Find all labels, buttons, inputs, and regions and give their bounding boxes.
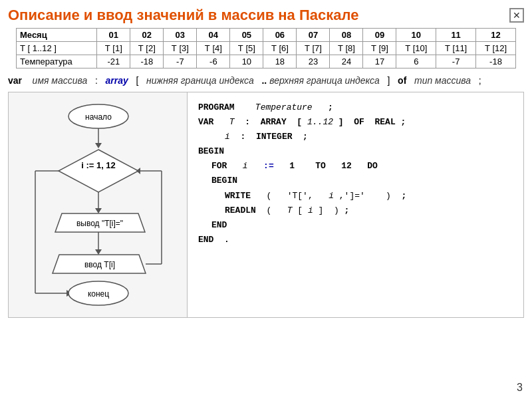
table-cell: 23 (297, 55, 330, 68)
code-panel: PROGRAM Temperature ; VAR T : ARRAY [ 1.… (188, 92, 524, 318)
table-cell: 04 (197, 29, 230, 42)
table-cell: Т [3] (164, 42, 197, 55)
table-cell-label: Температура (17, 55, 97, 68)
code-line-for: FOR i := 1 TO 12 DO (198, 159, 513, 174)
data-table: Месяц010203040506070809101112Т [ 1..12 ]… (16, 28, 516, 68)
svg-text:ввод  T[i]: ввод T[i] (84, 260, 115, 269)
table-cell: 07 (297, 29, 330, 42)
table-cell: 08 (330, 29, 363, 42)
table-cell: Т [2] (130, 42, 164, 55)
svg-text:вывод  "T[i]=": вывод "T[i]=" (76, 219, 123, 228)
code-line-2: VAR T : ARRAY [ 1..12 ] OF REAL ; (198, 115, 513, 130)
table-cell: Т [9] (363, 42, 396, 55)
flowchart-svg: начало i := 1, 12 вывод "T[i]=" ввод T[i… (9, 92, 188, 319)
table-cell: 06 (263, 29, 297, 42)
code-line-1: PROGRAM Temperature ; (198, 100, 513, 115)
table-cell: Т [8] (330, 42, 363, 55)
svg-text:i := 1, 12: i := 1, 12 (81, 160, 116, 170)
code-line-end: END . (198, 233, 513, 247)
flowchart-panel: начало i := 1, 12 вывод "T[i]=" ввод T[i… (8, 92, 188, 318)
table-cell: 17 (363, 55, 396, 68)
syntax-name: имя массива (33, 75, 88, 86)
syntax-of: of (398, 75, 406, 86)
table-cell: Т [1] (97, 42, 130, 55)
table-cell: 6 (396, 55, 436, 68)
table-cell: -18 (130, 55, 164, 68)
table-cell: Т [12] (476, 42, 516, 55)
syntax-line: var имя массива : array [ нижняя граница… (8, 74, 524, 88)
syntax-colon: : (95, 75, 98, 86)
syntax-dotdot: .. (261, 75, 267, 86)
data-table-container: Месяц010203040506070809101112Т [ 1..12 ]… (8, 28, 524, 68)
table-cell: 10 (230, 55, 263, 68)
table-cell: Т [11] (436, 42, 476, 55)
table-cell: Т [10] (396, 42, 436, 55)
table-cell-label: Месяц (17, 29, 97, 42)
table-row: Температура-21-18-7-610182324176-7-18 (17, 55, 516, 68)
code-line-inner-end: END (198, 218, 513, 233)
code-line-write: WRITE ( 'T[', i ,']=' ) ; (198, 189, 513, 203)
svg-text:конец: конец (88, 289, 109, 299)
table-cell: 18 (263, 55, 297, 68)
svg-marker-4 (59, 150, 138, 192)
table-cell: 01 (97, 29, 130, 42)
svg-text:начало: начало (85, 112, 112, 122)
code-line-readln: READLN ( T [ i ] ) ; (198, 203, 513, 218)
close-button[interactable]: ✕ (509, 8, 524, 23)
syntax-var: var (8, 75, 22, 86)
page-title: Описание и ввод значений в массив на Пас… (8, 7, 358, 24)
table-cell: 05 (230, 29, 263, 42)
table-cell: 09 (363, 29, 396, 42)
code-line-begin: BEGIN (198, 144, 513, 159)
svg-marker-17 (136, 168, 140, 174)
code-line-3: i : INTEGER ; (198, 130, 513, 144)
page-number: 3 (517, 382, 523, 394)
table-cell: Т [6] (263, 42, 297, 55)
syntax-upper: верхняя граница индекса (269, 75, 380, 86)
table-cell: 03 (164, 29, 197, 42)
svg-marker-7 (95, 208, 102, 213)
table-cell: -7 (436, 55, 476, 68)
main-content: начало i := 1, 12 вывод "T[i]=" ввод T[i… (8, 92, 524, 318)
syntax-bracket-close: ] (388, 75, 390, 86)
syntax-type: тип массива (414, 75, 471, 86)
close-icon: ✕ (513, 10, 521, 21)
table-cell: 24 (330, 55, 363, 68)
table-cell: -21 (97, 55, 130, 68)
table-cell: 10 (396, 29, 436, 42)
table-cell-label: Т [ 1..12 ] (17, 42, 97, 55)
syntax-bracket-open: [ (136, 75, 138, 86)
table-cell: 02 (130, 29, 164, 42)
code-line-inner-begin: BEGIN (198, 174, 513, 188)
syntax-lower: нижняя граница индекса (146, 75, 254, 86)
table-row: Т [ 1..12 ]Т [1]Т [2]Т [3]Т [4]Т [5]Т [6… (17, 42, 516, 55)
table-cell: -6 (197, 55, 230, 68)
table-cell: Т [7] (297, 42, 330, 55)
table-cell: 12 (476, 29, 516, 42)
table-cell: -7 (164, 55, 197, 68)
table-cell: -18 (476, 55, 516, 68)
table-cell: Т [4] (197, 42, 230, 55)
syntax-array: array (106, 75, 128, 86)
svg-marker-3 (95, 143, 102, 148)
header: Описание и ввод значений в массив на Пас… (0, 0, 532, 28)
syntax-semicolon: ; (479, 75, 481, 86)
table-cell: Т [5] (230, 42, 263, 55)
svg-marker-11 (95, 249, 102, 255)
table-cell: 11 (436, 29, 476, 42)
table-row: Месяц010203040506070809101112 (17, 29, 516, 42)
